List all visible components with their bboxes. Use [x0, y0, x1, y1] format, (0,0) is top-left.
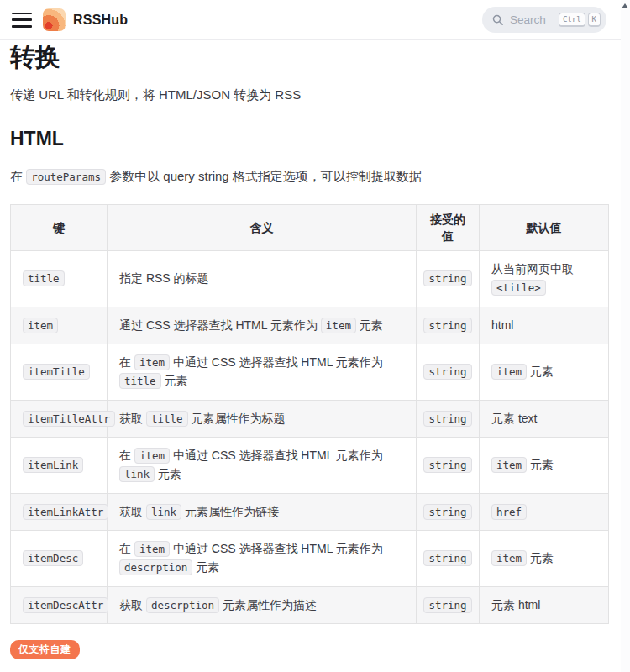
cell-key: itemLink	[11, 438, 108, 493]
cell-meaning: 获取 descrption 元素属性作为描述	[108, 586, 417, 624]
scroll-up-arrow-icon[interactable]	[622, 3, 628, 8]
brand-title[interactable]: RSSHub	[73, 13, 128, 28]
cell-default: html	[480, 307, 609, 344]
inline-code: <title>	[491, 280, 546, 296]
inline-code: title	[23, 270, 65, 286]
inline-code: string	[423, 364, 471, 380]
cell-accepts: string	[417, 307, 480, 344]
cell-meaning: 获取 link 元素属性作为链接	[108, 493, 417, 531]
inline-code: item	[491, 364, 527, 380]
kbd-k: K	[588, 13, 601, 27]
main-content: 转换 传递 URL 和转化规则，将 HTML/JSON 转换为 RSS HTML…	[0, 41, 608, 624]
inline-code: descrption	[119, 559, 192, 575]
inline-code: item	[134, 354, 170, 370]
rsshub-logo-icon[interactable]	[43, 8, 66, 31]
navbar: RSSHub Search Ctrl K	[0, 0, 630, 40]
inline-code: itemDesc	[23, 550, 83, 566]
cell-key: title	[11, 251, 108, 307]
kbd-ctrl: Ctrl	[559, 13, 585, 27]
column-header: 默认值	[480, 204, 609, 251]
cell-accepts: string	[417, 251, 480, 307]
inline-code: string	[423, 457, 471, 473]
cell-default: 元素 html	[480, 586, 609, 624]
inline-code: item	[134, 448, 170, 464]
cell-default: item 元素	[480, 438, 609, 493]
cell-meaning: 通过 CSS 选择器查找 HTML 元素作为 item 元素	[108, 307, 417, 344]
inline-code: descrption	[146, 597, 219, 613]
inline-code: href	[491, 504, 527, 520]
page-title: 转换	[10, 41, 608, 73]
page: RSSHub Search Ctrl K 转换 传递 URL 和转化规则，将 H…	[0, 0, 630, 672]
inline-code: itemDescAttr	[23, 597, 108, 613]
inline-code: itemLinkAttr	[23, 504, 108, 520]
cell-accepts: string	[417, 531, 480, 586]
cell-default: item 元素	[480, 344, 609, 400]
menu-icon[interactable]	[12, 12, 32, 29]
inline-code: item	[134, 541, 170, 557]
cell-meaning: 在 item 中通过 CSS 选择器查找 HTML 元素作为 title 元素	[108, 344, 417, 400]
inline-code: routeParams	[26, 169, 106, 185]
inline-code: string	[423, 597, 471, 613]
inline-code: link	[119, 466, 155, 482]
column-header: 接受的值	[417, 204, 480, 251]
inline-code: string	[423, 270, 471, 286]
cell-key: itemTitle	[11, 344, 108, 400]
inline-code: item	[23, 318, 58, 333]
column-header: 含义	[108, 204, 417, 251]
inline-code: string	[423, 318, 471, 333]
cell-default: 元素 text	[480, 400, 609, 438]
cell-accepts: string	[417, 344, 480, 400]
intro-paragraph: 在 routeParams 参数中以 query string 格式指定选项，可…	[10, 166, 608, 186]
cell-accepts: string	[417, 586, 480, 624]
cell-key: itemDesc	[11, 531, 108, 586]
table-row: item通过 CSS 选择器查找 HTML 元素作为 item 元素string…	[11, 307, 609, 344]
inline-code: title	[119, 373, 161, 389]
table-row: itemLink在 item 中通过 CSS 选择器查找 HTML 元素作为 l…	[11, 438, 609, 493]
inline-code: title	[146, 411, 188, 427]
inline-code: itemLink	[23, 457, 83, 473]
table-header-row: 键含义接受的值默认值	[11, 204, 609, 251]
column-header: 键	[11, 204, 108, 251]
table-row: itemDescAttr获取 descrption 元素属性作为描述string…	[11, 586, 609, 624]
cell-default: 从当前网页中取 <title>	[480, 251, 609, 307]
cell-default: item 元素	[480, 531, 609, 586]
cell-meaning: 在 item 中通过 CSS 选择器查找 HTML 元素作为 descrptio…	[108, 531, 417, 586]
cell-key: itemLinkAttr	[11, 493, 108, 531]
page-subtitle: 传递 URL 和转化规则，将 HTML/JSON 转换为 RSS	[10, 87, 608, 103]
inline-code: itemTitle	[23, 364, 90, 380]
inline-code: link	[146, 504, 181, 520]
inline-code: item	[491, 457, 527, 473]
inline-code: item	[321, 318, 356, 333]
scrollbar-track[interactable]	[621, 0, 630, 672]
cell-accepts: string	[417, 400, 480, 438]
search-icon	[491, 13, 504, 26]
cell-key: itemDescAttr	[11, 586, 108, 624]
cell-meaning: 指定 RSS 的标题	[108, 251, 417, 307]
cell-default: href	[480, 493, 609, 531]
search-button[interactable]: Search Ctrl K	[482, 7, 606, 33]
cell-key: itemTitleAttr	[11, 400, 108, 438]
inline-code: item	[491, 550, 527, 566]
status-badge: 仅支持自建	[10, 640, 80, 659]
table-row: itemTitle在 item 中通过 CSS 选择器查找 HTML 元素作为 …	[11, 344, 609, 400]
cell-meaning: 获取 title 元素属性作为标题	[108, 400, 417, 438]
table-row: title指定 RSS 的标题string从当前网页中取 <title>	[11, 251, 609, 307]
table-row: itemLinkAttr获取 link 元素属性作为链接stringhref	[11, 493, 609, 531]
inline-code: string	[423, 550, 471, 566]
cell-key: item	[11, 307, 108, 344]
cell-meaning: 在 item 中通过 CSS 选择器查找 HTML 元素作为 link 元素	[108, 438, 417, 493]
params-table: 键含义接受的值默认值 title指定 RSS 的标题string从当前网页中取 …	[10, 204, 609, 625]
table-row: itemTitleAttr获取 title 元素属性作为标题string元素 t…	[11, 400, 609, 438]
inline-code: string	[423, 504, 471, 520]
cell-accepts: string	[417, 438, 480, 493]
inline-code: itemTitleAttr	[23, 411, 115, 427]
section-heading-html: HTML	[10, 128, 608, 150]
search-placeholder: Search	[510, 13, 556, 26]
table-row: itemDesc在 item 中通过 CSS 选择器查找 HTML 元素作为 d…	[11, 531, 609, 586]
cell-accepts: string	[417, 493, 480, 531]
inline-code: string	[423, 411, 471, 427]
